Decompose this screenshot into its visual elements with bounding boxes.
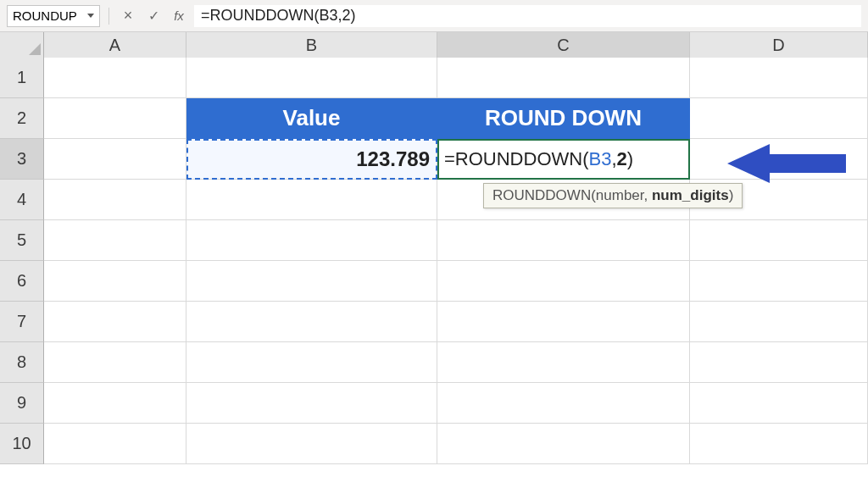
row-6: [44, 261, 868, 302]
cell-A1[interactable]: [44, 58, 186, 98]
name-box[interactable]: ROUNDUP: [7, 5, 100, 27]
tooltip-close: ): [729, 187, 734, 203]
row-header-4[interactable]: 4: [0, 180, 44, 220]
formula-bar: ROUNDUP × ✓ fx =ROUNDDOWN(B3,2): [0, 0, 868, 32]
formula-text: =ROUNDDOWN(B3,2): [201, 7, 356, 25]
column-headers: A B C D: [0, 32, 868, 58]
cell-D2[interactable]: [690, 98, 868, 139]
cell-C10[interactable]: [437, 424, 690, 464]
row-header-2[interactable]: 2: [0, 98, 44, 139]
cell-A6[interactable]: [44, 261, 186, 302]
worksheet: A B C D 1 2 3 4 5 6 7 8 9 10 Value ROUND…: [0, 32, 868, 488]
tooltip-fn: ROUNDDOWN: [492, 187, 591, 203]
cells-grid: Value ROUND DOWN 123.789 =ROUNDDOWN(B3,2…: [44, 58, 868, 464]
cell-A4[interactable]: [44, 180, 186, 220]
cell-C3[interactable]: =ROUNDDOWN(B3,2): [437, 139, 690, 180]
row-8: [44, 342, 868, 383]
cell-C8[interactable]: [437, 342, 690, 383]
cell-A3[interactable]: [44, 139, 186, 180]
chevron-down-icon[interactable]: [87, 14, 94, 18]
row-header-10[interactable]: 10: [0, 424, 44, 464]
check-icon: ✓: [148, 8, 159, 24]
cell-A5[interactable]: [44, 220, 186, 261]
insert-function-button[interactable]: fx: [169, 6, 189, 26]
tooltip-sep: ,: [644, 187, 652, 203]
row-1: [44, 58, 868, 98]
column-header-B[interactable]: B: [186, 32, 437, 58]
cell-C2[interactable]: ROUND DOWN: [437, 98, 690, 139]
column-header-C[interactable]: C: [437, 32, 690, 58]
row-10: [44, 424, 868, 464]
arrow-left-icon: [727, 144, 770, 183]
cell-A2[interactable]: [44, 98, 186, 139]
cell-D6[interactable]: [690, 261, 868, 302]
column-header-D[interactable]: D: [690, 32, 868, 58]
cell-B4[interactable]: [186, 180, 437, 220]
cell-A10[interactable]: [44, 424, 186, 464]
cancel-button[interactable]: ×: [118, 6, 138, 26]
function-tooltip: ROUNDDOWN(number, num_digits): [483, 183, 743, 208]
cell-B10[interactable]: [186, 424, 437, 464]
close-icon: ×: [124, 7, 133, 25]
formula-suffix: ): [627, 148, 633, 170]
cell-D8[interactable]: [690, 342, 868, 383]
cell-C5[interactable]: [437, 220, 690, 261]
cell-A7[interactable]: [44, 302, 186, 342]
cell-D1[interactable]: [690, 58, 868, 98]
row-4: [44, 180, 868, 220]
cell-B6[interactable]: [186, 261, 437, 302]
tooltip-p2[interactable]: num_digits: [652, 187, 729, 203]
cell-D9[interactable]: [690, 383, 868, 424]
cell-B3[interactable]: 123.789: [186, 139, 437, 180]
row-7: [44, 302, 868, 342]
cell-C9[interactable]: [437, 383, 690, 424]
cell-B5[interactable]: [186, 220, 437, 261]
select-all-button[interactable]: [0, 32, 44, 58]
cell-A9[interactable]: [44, 383, 186, 424]
cell-D5[interactable]: [690, 220, 868, 261]
cell-A8[interactable]: [44, 342, 186, 383]
cell-C1[interactable]: [437, 58, 690, 98]
fx-icon: fx: [174, 8, 184, 23]
formula-arg: 2: [617, 148, 627, 170]
row-header-3[interactable]: 3: [0, 139, 44, 180]
arrow-annotation: [727, 144, 846, 183]
name-box-value: ROUNDUP: [13, 8, 77, 23]
divider: [108, 8, 109, 25]
cell-C7[interactable]: [437, 302, 690, 342]
row-header-9[interactable]: 9: [0, 383, 44, 424]
row-2: Value ROUND DOWN: [44, 98, 868, 139]
row-header-5[interactable]: 5: [0, 220, 44, 261]
cell-D7[interactable]: [690, 302, 868, 342]
formula-input[interactable]: =ROUNDDOWN(B3,2): [194, 5, 861, 27]
cell-B1[interactable]: [186, 58, 437, 98]
row-headers: 1 2 3 4 5 6 7 8 9 10: [0, 58, 44, 464]
cell-B9[interactable]: [186, 383, 437, 424]
row-5: [44, 220, 868, 261]
row-header-1[interactable]: 1: [0, 58, 44, 98]
tooltip-p1[interactable]: number: [596, 187, 644, 203]
formula-ref: B3: [589, 148, 612, 170]
row-header-7[interactable]: 7: [0, 302, 44, 342]
row-header-8[interactable]: 8: [0, 342, 44, 383]
row-9: [44, 383, 868, 424]
confirm-button[interactable]: ✓: [143, 6, 164, 26]
formula-prefix: =ROUNDDOWN(: [444, 148, 589, 170]
cell-B2[interactable]: Value: [186, 98, 437, 139]
cell-C6[interactable]: [437, 261, 690, 302]
cell-B8[interactable]: [186, 342, 437, 383]
cell-D10[interactable]: [690, 424, 868, 464]
column-header-A[interactable]: A: [44, 32, 186, 58]
cell-B7[interactable]: [186, 302, 437, 342]
arrow-body: [770, 154, 846, 173]
row-header-6[interactable]: 6: [0, 261, 44, 302]
